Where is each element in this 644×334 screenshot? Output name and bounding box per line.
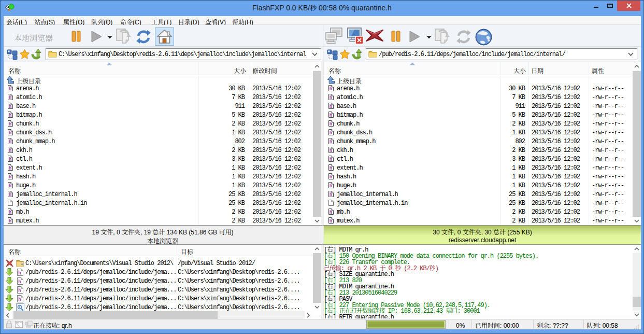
svg-text:h: h	[9, 165, 12, 171]
svg-text:h: h	[330, 192, 333, 197]
svg-text:h: h	[9, 104, 12, 109]
svg-text:h: h	[330, 121, 333, 127]
svg-text:h: h	[9, 157, 12, 162]
svg-text:h: h	[330, 130, 333, 135]
svg-text:h: h	[9, 113, 12, 118]
svg-text:h: h	[18, 297, 21, 302]
svg-text:h: h	[330, 86, 333, 91]
svg-text:h: h	[330, 165, 333, 171]
svg-text:h: h	[9, 183, 12, 188]
svg-text:h: h	[18, 270, 21, 275]
svg-text:h: h	[330, 210, 333, 215]
svg-text:h: h	[9, 192, 12, 197]
svg-text:h: h	[330, 174, 333, 179]
svg-text:h: h	[330, 183, 333, 188]
svg-text:h: h	[9, 86, 12, 91]
svg-text:h: h	[330, 157, 333, 162]
svg-text:h: h	[330, 218, 333, 224]
svg-text:h: h	[18, 288, 21, 293]
svg-text:h: h	[9, 121, 12, 127]
svg-text:h: h	[9, 174, 12, 179]
svg-text:h: h	[9, 210, 12, 215]
svg-text:h: h	[9, 139, 12, 144]
svg-text:h: h	[9, 130, 12, 135]
svg-text:h: h	[9, 148, 12, 153]
svg-text:h: h	[9, 218, 12, 224]
svg-text:h: h	[9, 95, 12, 100]
svg-text:h: h	[330, 148, 333, 153]
svg-text:h: h	[18, 279, 21, 284]
svg-text:h: h	[330, 139, 333, 144]
svg-text:h: h	[330, 95, 333, 100]
svg-text:h: h	[330, 104, 333, 109]
svg-text:h: h	[330, 113, 333, 118]
